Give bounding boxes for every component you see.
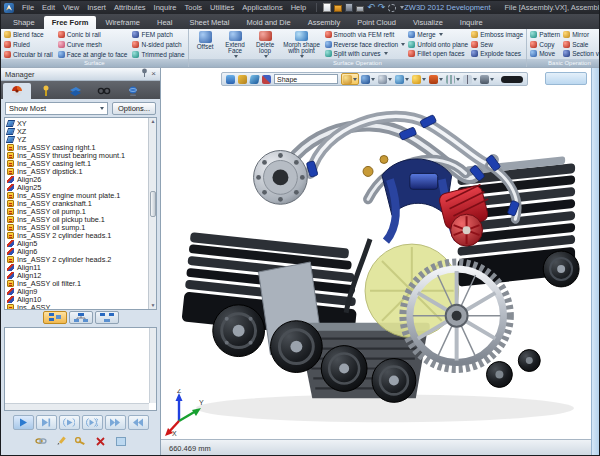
edit-button[interactable]	[52, 434, 69, 448]
graphics-viewport[interactable]: Z Y X 660.469 mm	[161, 68, 591, 456]
scale-button[interactable]: Scale	[563, 40, 599, 49]
scroll-up-icon[interactable]: ▲	[150, 118, 156, 125]
sketch-icon[interactable]	[238, 75, 247, 84]
reverse-face-direction-button[interactable]: Reverse face direction	[325, 40, 406, 49]
step-to-end-button[interactable]	[36, 415, 57, 430]
pattern-button[interactable]: Pattern	[530, 30, 560, 39]
collapsed-side-panel[interactable]	[591, 68, 599, 456]
sew-button[interactable]: Sew	[471, 40, 523, 49]
menu-edit[interactable]: Edit	[38, 3, 59, 12]
display-box-button[interactable]	[394, 73, 410, 85]
scroll-down-icon[interactable]: ▼	[150, 302, 156, 309]
menu-applications[interactable]: Applications	[238, 3, 286, 12]
preview-scrollbar-horizontal[interactable]	[5, 403, 149, 410]
manager-tab-history[interactable]	[3, 83, 31, 99]
pick-filter-icon[interactable]	[388, 4, 396, 12]
blend-face-button[interactable]: Blend face	[4, 30, 53, 39]
adjust-button[interactable]	[72, 434, 89, 448]
emboss-image-button[interactable]: Emboss image	[471, 30, 523, 39]
view-standard-button[interactable]	[377, 73, 393, 85]
collapsed-toolbar-pill[interactable]	[501, 76, 523, 83]
play-from-here-button[interactable]	[59, 415, 80, 430]
delete-button[interactable]	[92, 434, 109, 448]
document-icon[interactable]	[226, 75, 235, 84]
collapsed-panel-tab[interactable]	[545, 72, 587, 85]
light-mode-button[interactable]	[411, 73, 427, 85]
tab-assembly[interactable]: Assembly	[300, 16, 349, 29]
play-range-button[interactable]	[82, 415, 103, 430]
n-sided-patch-button[interactable]: N-sided patch	[132, 40, 184, 49]
undo-icon[interactable]: ↶	[367, 3, 375, 12]
viewmode-tree-button[interactable]	[69, 311, 93, 324]
open-file-icon[interactable]	[334, 5, 342, 12]
axes-icon[interactable]	[262, 75, 271, 84]
manager-tab-visual[interactable]	[90, 83, 118, 99]
rewind-button[interactable]	[128, 415, 149, 430]
tree-scrollbar[interactable]: ▲ ▼	[148, 118, 156, 309]
tab-shape[interactable]: Shape	[5, 16, 43, 29]
solid-icon[interactable]	[249, 75, 260, 84]
tab-inquire[interactable]: Inquire	[452, 16, 491, 29]
preview-scrollbar-vertical[interactable]	[149, 328, 156, 403]
tree-item-xy[interactable]: XY	[7, 119, 147, 127]
manager-tab-layers[interactable]	[61, 83, 89, 99]
circular-bi-rail-button[interactable]: Circular bi rail	[4, 50, 53, 59]
shade-mode-button[interactable]	[360, 73, 376, 85]
print-icon[interactable]	[356, 6, 364, 12]
tab-free-form[interactable]: Free Form	[44, 16, 97, 29]
preview-pane[interactable]	[4, 327, 157, 411]
menu-utilities[interactable]: Utilities	[206, 3, 238, 12]
tab-visualize[interactable]: Visualize	[405, 16, 451, 29]
fem-patch-button[interactable]: FEM patch	[132, 30, 184, 39]
menu-tools[interactable]: Tools	[181, 3, 207, 12]
tab-heal[interactable]: Heal	[149, 16, 180, 29]
menu-file[interactable]: File	[18, 3, 38, 12]
menu-view[interactable]: View	[59, 3, 83, 12]
tab-mold-and-die[interactable]: Mold and Die	[238, 16, 298, 29]
fast-forward-button[interactable]	[105, 415, 126, 430]
tab-point-cloud[interactable]: Point Cloud	[349, 16, 404, 29]
redo-icon[interactable]: ↷	[378, 3, 386, 12]
new-file-icon[interactable]	[323, 3, 331, 12]
delete-loop-button[interactable]: Delete loop	[252, 30, 279, 58]
merge-button[interactable]: Merge	[408, 30, 468, 39]
smooth-fem-refit-button[interactable]: Smooth via FEM refit	[325, 30, 406, 39]
mirror-button[interactable]: Mirror	[563, 30, 599, 39]
trimmed-plane-button[interactable]: Trimmed plane	[132, 50, 184, 59]
viewmode-list-button[interactable]	[43, 311, 67, 324]
shape-filter-field[interactable]	[274, 74, 338, 84]
explode-faces-button[interactable]: Explode faces	[471, 49, 523, 58]
morph-shape-button[interactable]: Morph shape with point	[282, 30, 322, 58]
panel-close-icon[interactable]: ×	[151, 69, 156, 79]
ruled-button[interactable]: Ruled	[4, 40, 53, 49]
options-button[interactable]: Options...	[112, 102, 156, 115]
extend-face-button[interactable]: Extend Face	[222, 30, 249, 58]
save-icon[interactable]	[345, 3, 353, 12]
menu-insert[interactable]: Insert	[83, 3, 110, 12]
move-button[interactable]: Move	[530, 49, 560, 58]
show-filter-dropdown[interactable]: Show Most	[5, 102, 108, 115]
fillet-open-faces-button[interactable]: Fillet open faces	[408, 49, 468, 58]
offset-button[interactable]: Offset	[192, 30, 219, 58]
section-view-button[interactable]: Section view	[563, 49, 599, 58]
tab-wireframe[interactable]: Wireframe	[97, 16, 148, 29]
view-orient-button[interactable]	[341, 73, 359, 85]
tree-item-component[interactable]: Ins_ASSY	[7, 303, 147, 310]
split-with-curves-button[interactable]: Split with curves	[325, 49, 406, 58]
screen-mode-button[interactable]	[428, 73, 444, 85]
menu-attributes[interactable]: Attributes	[110, 3, 150, 12]
play-button[interactable]	[13, 415, 34, 430]
manager-tab-render[interactable]	[119, 83, 147, 99]
curve-mesh-button[interactable]: Curve mesh	[58, 40, 128, 49]
split-view-button[interactable]	[462, 73, 478, 85]
tree-item-xz[interactable]: XZ	[7, 127, 147, 135]
blank-state-button[interactable]	[112, 434, 129, 448]
link-button[interactable]	[32, 434, 49, 448]
manager-tab-input[interactable]	[32, 83, 60, 99]
menu-help[interactable]: Help	[287, 3, 310, 12]
face-at-angle-button[interactable]: Face at angle to face	[58, 50, 128, 59]
grid-toggle-button[interactable]	[445, 73, 461, 85]
display-settings-button[interactable]	[479, 73, 495, 85]
pin-icon[interactable]	[141, 68, 148, 80]
unfold-onto-plane-button[interactable]: Unfold onto plane	[408, 40, 468, 49]
